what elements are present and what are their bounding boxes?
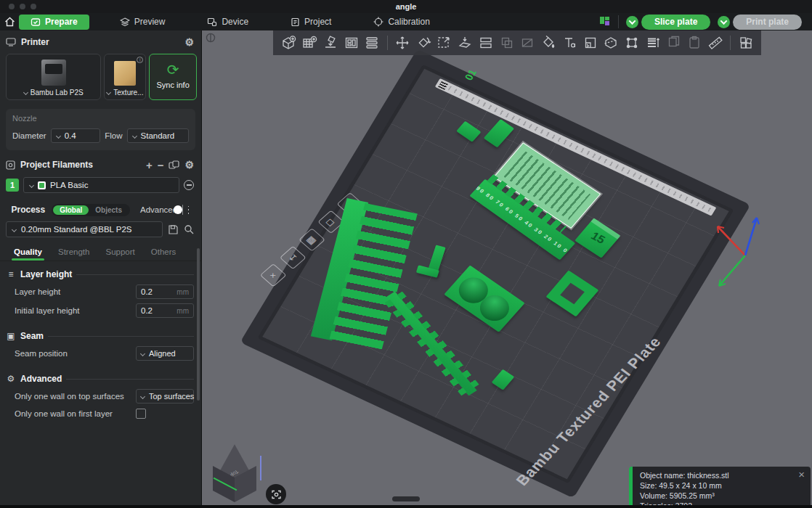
camera-reset-button[interactable] <box>266 484 286 504</box>
filament-settings-gear-icon[interactable]: ⚙ <box>184 159 194 171</box>
color-paint-icon[interactable] <box>539 33 559 53</box>
cut-tool-icon[interactable] <box>601 33 621 53</box>
seam-paint-icon[interactable] <box>622 33 642 53</box>
printer-settings-gear-icon[interactable]: ⚙ <box>184 36 194 48</box>
variable-layer-height-icon[interactable] <box>643 33 662 53</box>
viewport-3d[interactable]: 01 × ↧ ▦ ◻ ⚙ Bambu Textured PEI Plate 90… <box>202 30 812 505</box>
filament-sync-icon[interactable] <box>169 160 179 170</box>
bottom-strip <box>0 505 812 508</box>
filament-slot-badge: 1 <box>6 179 19 192</box>
copy-icon <box>664 33 683 53</box>
toolbar-separator <box>387 36 388 50</box>
print-plate-group: Print plate <box>718 15 802 30</box>
model-cube-15[interactable]: 15 <box>575 218 620 258</box>
add-filament-icon[interactable]: + <box>146 160 153 171</box>
layer-height-icon: ≡ <box>6 269 16 279</box>
slice-dropdown-chevron-icon[interactable] <box>626 16 638 28</box>
printer-icon <box>6 38 16 46</box>
process-preset-select[interactable]: 0.20mm Standard @BBL P2S <box>6 221 163 237</box>
one-wall-top-select[interactable]: Top surfaces <box>136 389 194 403</box>
param-row: Layer height 0.2 mm <box>0 282 201 301</box>
group-advanced: ⚙ Advanced <box>0 370 201 387</box>
toolbar-separator <box>730 36 731 50</box>
printer-section-header: Printer ⚙ <box>0 33 201 51</box>
plate-qr-code <box>439 81 449 90</box>
add-object-icon[interactable] <box>279 33 299 53</box>
print-plate-button[interactable]: Print plate <box>733 15 802 30</box>
advanced-toggle[interactable] <box>182 205 183 215</box>
split-horizontal-icon[interactable] <box>476 33 496 53</box>
one-wall-first-layer-checkbox[interactable] <box>136 409 146 419</box>
timeline-slider-handle[interactable] <box>392 496 420 501</box>
save-preset-icon[interactable] <box>168 224 179 235</box>
sync-refresh-icon: ⟳ <box>167 62 179 77</box>
object-info-box: × Object name: thickness.stl Size: 49.5 … <box>629 467 811 505</box>
title-bar: angle <box>0 0 812 13</box>
slice-plate-group: Slice plate <box>626 15 710 30</box>
measure-icon[interactable] <box>706 33 726 53</box>
build-plate[interactable]: 01 × ↧ ▦ ◻ ⚙ Bambu Textured PEI Plate 90… <box>258 65 734 483</box>
initial-layer-height-input[interactable]: 0.2 mm <box>136 303 194 318</box>
seam-position-select[interactable]: Aligned <box>136 346 194 361</box>
tab-quality[interactable]: Quality <box>7 245 49 261</box>
tab-calibration[interactable]: Calibration <box>362 15 441 30</box>
layer-height-input[interactable]: 0.2 mm <box>136 284 194 299</box>
tab-support[interactable]: Support <box>99 245 141 261</box>
model-small-piece[interactable] <box>492 369 515 390</box>
scope-global[interactable]: Global <box>53 205 89 215</box>
toolbar-separator <box>618 15 619 28</box>
printer-image <box>41 60 66 86</box>
param-row: Seam position Aligned <box>0 344 201 363</box>
tab-device[interactable]: Device <box>195 15 260 30</box>
model-hollow-square[interactable] <box>546 270 599 316</box>
lay-on-face-icon[interactable] <box>455 33 475 53</box>
tab-project[interactable]: Project <box>279 15 343 30</box>
view-cube[interactable]: Top <box>212 450 263 504</box>
tab-prepare[interactable]: Prepare <box>19 15 89 30</box>
printer-model-card[interactable]: Bambu Lab P2S <box>6 54 101 100</box>
split-to-plates-icon[interactable] <box>362 33 382 53</box>
filament-select[interactable]: PLA Basic <box>23 177 179 193</box>
arrange-icon[interactable] <box>341 33 361 53</box>
search-preset-icon[interactable] <box>184 224 194 234</box>
param-row: Only one wall on first layer <box>0 406 201 422</box>
scale-icon[interactable] <box>434 33 454 53</box>
model-small-bracket[interactable] <box>484 119 514 147</box>
text-tool-icon[interactable] <box>560 33 580 53</box>
sync-info-card[interactable]: ⟳ Sync info <box>149 54 197 100</box>
model-sphere-tray[interactable] <box>444 265 524 332</box>
move-icon[interactable] <box>393 33 413 53</box>
filament-row: 1 PLA Basic <box>0 173 201 198</box>
sidebar-scrollbar[interactable] <box>197 248 200 401</box>
process-scope-toggle: Global Objects <box>52 204 130 216</box>
model-small-block[interactable] <box>456 121 481 142</box>
rotate-icon[interactable] <box>413 33 433 53</box>
assembly-view-icon[interactable] <box>736 33 755 53</box>
support-paint-icon[interactable] <box>580 33 600 53</box>
process-section-header: Process Global Objects Advanced <box>0 201 201 218</box>
tab-strength[interactable]: Strength <box>52 245 96 261</box>
advanced-gear-icon: ⚙ <box>6 374 16 384</box>
build-plate-card[interactable]: i Texture... <box>104 54 146 100</box>
collapse-sidebar-icon[interactable] <box>206 33 216 43</box>
info-size: Size: 49.5 x 24 x 10 mm <box>640 481 803 491</box>
scope-objects[interactable]: Objects <box>89 205 129 215</box>
window-title: angle <box>0 2 812 11</box>
paste-icon <box>685 33 705 53</box>
auto-orient-icon[interactable] <box>320 33 340 53</box>
close-info-icon[interactable]: × <box>798 469 805 480</box>
plate-status-icon[interactable] <box>599 16 611 28</box>
remove-filament-circle-icon[interactable] <box>184 180 194 190</box>
nozzle-flow-select[interactable]: Standard <box>127 128 189 143</box>
nozzle-diameter-select[interactable]: 0.4 <box>51 128 101 143</box>
sidebar: Printer ⚙ Bambu Lab P2S i Texture... ⟳ S… <box>0 30 202 505</box>
slice-plate-button[interactable]: Slice plate <box>641 15 710 30</box>
add-plate-icon[interactable] <box>300 33 320 53</box>
remove-filament-icon[interactable]: − <box>158 160 164 171</box>
home-icon[interactable] <box>0 17 19 27</box>
tab-others[interactable]: Others <box>145 245 183 261</box>
group-seam: ▣ Seam <box>0 327 201 344</box>
tab-preview[interactable]: Preview <box>108 15 177 30</box>
plate-info-icon[interactable]: i <box>137 57 143 63</box>
print-dropdown-chevron-icon[interactable] <box>718 16 730 28</box>
